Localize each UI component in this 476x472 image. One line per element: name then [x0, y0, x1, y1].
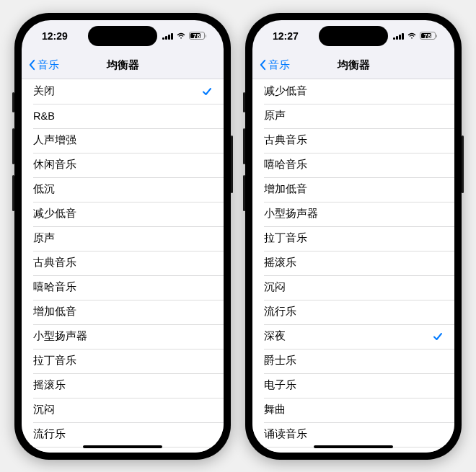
eq-option-row[interactable]: 休闲音乐 [22, 153, 224, 177]
checkmark-icon [202, 86, 212, 97]
eq-list[interactable]: 减少低音原声古典音乐嘻哈音乐增加低音小型扬声器拉丁音乐摇滚乐沉闷流行乐深夜爵士乐… [252, 79, 454, 453]
eq-option-row[interactable]: 拉丁音乐 [252, 226, 454, 251]
eq-option-row[interactable]: 拉丁音乐 [22, 349, 224, 373]
eq-option-row[interactable]: 沉闷 [252, 275, 454, 300]
side-button [12, 92, 14, 112]
side-button [243, 92, 245, 112]
eq-option-label: 小型扬声器 [264, 207, 318, 221]
eq-option-row[interactable]: 嘻哈音乐 [252, 153, 454, 177]
home-indicator[interactable] [83, 445, 162, 448]
eq-option-label: 拉丁音乐 [33, 354, 76, 368]
eq-option-label: 电子乐 [264, 378, 296, 392]
side-button [12, 175, 14, 211]
back-button[interactable]: 音乐 [260, 58, 290, 72]
eq-option-label: 流行乐 [33, 427, 66, 441]
eq-option-row[interactable]: 减少低音 [22, 202, 224, 226]
eq-option-label: 低沉 [33, 182, 55, 196]
eq-option-row[interactable]: 减少低音 [252, 79, 454, 104]
eq-option-row[interactable]: 增加低音 [22, 300, 224, 324]
eq-option-row[interactable]: 爵士乐 [252, 349, 454, 373]
side-button [462, 135, 464, 193]
eq-option-label: 沉闷 [33, 403, 55, 417]
eq-option-row[interactable]: 深夜 [252, 324, 454, 349]
eq-option-row[interactable]: 舞曲 [252, 398, 454, 422]
eq-option-label: 爵士乐 [264, 354, 296, 368]
status-time: 12:29 [42, 30, 68, 42]
status-time: 12:27 [273, 30, 299, 42]
eq-option-row[interactable]: 流行乐 [22, 422, 224, 447]
eq-option-row[interactable]: 原声 [22, 226, 224, 251]
eq-option-label: 沉闷 [264, 280, 286, 294]
eq-option-label: 休闲音乐 [33, 158, 76, 172]
eq-option-label: 增加低音 [264, 182, 307, 196]
eq-option-label: 深夜 [264, 329, 286, 343]
eq-option-label: 流行乐 [264, 305, 296, 319]
eq-option-row[interactable]: 原声 [252, 104, 454, 128]
eq-option-label: 减少低音 [33, 207, 76, 221]
eq-option-label: 减少低音 [264, 84, 307, 98]
eq-option-label: 摇滚乐 [264, 256, 296, 270]
screen: 12:29 78 音乐 均衡器 关闭R&B人声增强休闲音乐低沉减少低音原声古典音… [22, 20, 224, 453]
eq-option-row[interactable]: 电子乐 [252, 373, 454, 398]
eq-option-label: 舞曲 [264, 403, 286, 417]
wifi-icon [407, 32, 417, 40]
eq-option-label: 拉丁音乐 [264, 231, 307, 245]
eq-option-row[interactable]: 古典音乐 [22, 251, 224, 275]
eq-option-row[interactable]: 诵读音乐 [252, 422, 454, 447]
checkmark-icon [433, 331, 443, 342]
nav-title: 均衡器 [107, 58, 139, 72]
nav-title: 均衡器 [338, 58, 370, 72]
chevron-left-icon [260, 59, 266, 71]
side-button [12, 128, 14, 164]
dynamic-island [88, 26, 157, 46]
eq-option-label: 深夜 [33, 452, 55, 453]
back-label: 音乐 [38, 58, 59, 72]
iphone-frame-right: 12:27 78 音乐 均衡器 减少低音原声古典音乐嘻哈音乐增加低音小型扬声器拉… [245, 13, 462, 460]
eq-option-row[interactable]: 摇滚乐 [22, 373, 224, 398]
eq-option-row[interactable]: 关闭 [22, 79, 224, 104]
nav-bar: 音乐 均衡器 [22, 52, 224, 79]
nav-bar: 音乐 均衡器 [252, 52, 454, 79]
eq-option-row[interactable]: 增加低音 [252, 177, 454, 202]
eq-option-row[interactable]: 低沉 [22, 177, 224, 202]
eq-option-label: 古典音乐 [33, 256, 76, 270]
back-button[interactable]: 音乐 [29, 58, 59, 72]
eq-option-label: 钢琴曲 [264, 452, 296, 453]
eq-option-row[interactable]: 古典音乐 [252, 128, 454, 153]
side-button [243, 175, 245, 211]
status-right: 78 [162, 32, 206, 40]
home-indicator[interactable] [314, 445, 393, 448]
eq-option-row[interactable]: 流行乐 [252, 300, 454, 324]
eq-option-label: 增加低音 [33, 305, 76, 319]
back-label: 音乐 [268, 58, 290, 72]
screen: 12:27 78 音乐 均衡器 减少低音原声古典音乐嘻哈音乐增加低音小型扬声器拉… [252, 20, 454, 453]
eq-option-row[interactable]: R&B [22, 104, 224, 128]
battery-icon: 78 [189, 32, 207, 40]
eq-option-label: 诵读音乐 [264, 427, 307, 441]
status-right: 78 [393, 32, 437, 40]
eq-option-label: 古典音乐 [264, 133, 307, 147]
eq-option-row[interactable]: 小型扬声器 [22, 324, 224, 349]
chevron-left-icon [29, 59, 35, 71]
eq-option-label: 嘻哈音乐 [33, 280, 76, 294]
cellular-icon [162, 32, 173, 40]
eq-option-label: 关闭 [33, 84, 55, 98]
side-button [243, 128, 245, 164]
cellular-icon [393, 32, 404, 40]
iphone-frame-left: 12:29 78 音乐 均衡器 关闭R&B人声增强休闲音乐低沉减少低音原声古典音… [14, 13, 231, 460]
eq-option-row[interactable]: 嘻哈音乐 [22, 275, 224, 300]
eq-option-label: 嘻哈音乐 [264, 158, 307, 172]
eq-option-label: 摇滚乐 [33, 378, 66, 392]
eq-option-row[interactable]: 沉闷 [22, 398, 224, 422]
eq-option-row[interactable]: 小型扬声器 [252, 202, 454, 226]
eq-option-label: 原声 [33, 231, 55, 245]
eq-option-label: 小型扬声器 [33, 329, 87, 343]
eq-option-row[interactable]: 摇滚乐 [252, 251, 454, 275]
side-button [231, 135, 233, 193]
eq-list[interactable]: 关闭R&B人声增强休闲音乐低沉减少低音原声古典音乐嘻哈音乐增加低音小型扬声器拉丁… [22, 79, 224, 453]
eq-option-row[interactable]: 人声增强 [22, 128, 224, 153]
battery-icon: 78 [420, 32, 438, 40]
eq-option-label: 人声增强 [33, 133, 76, 147]
eq-option-label: R&B [33, 110, 55, 122]
wifi-icon [176, 32, 186, 40]
